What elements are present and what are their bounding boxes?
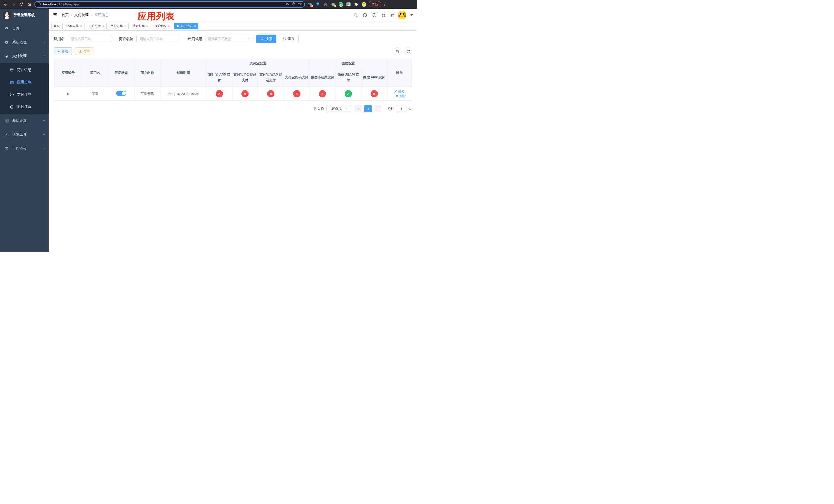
toggle-search-button[interactable] [394, 47, 401, 55]
merchant-name-input[interactable] [136, 35, 180, 43]
sidebar-collapse-icon[interactable] [53, 12, 58, 18]
coin-yen-icon: ¥ [10, 93, 14, 97]
tab-refund-orders[interactable]: 退款订单 × [130, 23, 151, 29]
browser-menu-icon[interactable] [383, 3, 386, 6]
cell-alipay-pc: × [232, 87, 258, 101]
help-icon[interactable] [372, 13, 377, 18]
page-size-select[interactable]: 10条/页 [327, 105, 352, 112]
search-button[interactable]: 搜索 [257, 35, 276, 43]
share-icon[interactable] [292, 2, 296, 7]
search-icon[interactable] [353, 13, 358, 18]
tab-merchant-info[interactable]: 商户信息 × [152, 23, 173, 29]
goto-page-input[interactable] [396, 105, 407, 112]
export-button[interactable]: 导出 [75, 47, 94, 55]
status-cross-badge: × [319, 90, 326, 97]
extension-balloon-icon[interactable] [315, 2, 320, 7]
github-icon[interactable] [363, 13, 368, 18]
extension-recorder-icon[interactable]: 1 [330, 2, 336, 7]
app-name-input[interactable] [68, 35, 111, 43]
bookmark-star-icon[interactable] [298, 2, 302, 7]
sidebar-item-merchant-info[interactable]: 商户信息 [0, 64, 49, 76]
close-icon[interactable]: × [80, 25, 82, 28]
tab-pay-orders[interactable]: 支付订单 × [108, 23, 129, 29]
extension-command-icon[interactable]: ⌘ [323, 2, 328, 7]
status-cross-badge: × [241, 90, 248, 97]
url-text[interactable]: localhost:1024/pay/app [43, 2, 79, 6]
toolbox-icon [5, 133, 9, 137]
fullscreen-icon[interactable] [381, 13, 387, 18]
sidebar-item-pay-orders[interactable]: ¥ 支付订单 [0, 88, 49, 101]
tab-home[interactable]: 首页 [51, 23, 63, 29]
chevron-down-icon [345, 108, 347, 110]
sidebar-item-system[interactable]: 系统管理 [0, 36, 49, 49]
cell-merchant: 芋道源码 [134, 87, 160, 101]
tab-user-group[interactable]: 用户分组 × [86, 23, 107, 29]
forward-icon[interactable] [10, 2, 16, 7]
extension-tampermonkey-icon[interactable]: 10 [307, 2, 313, 7]
status-select[interactable]: 请选择开启状态 [205, 35, 253, 43]
close-icon[interactable]: × [194, 25, 196, 28]
extensions-puzzle-icon[interactable] [353, 2, 359, 7]
sidebar-item-app-info[interactable]: 应用信息 [0, 76, 49, 88]
sidebar-item-infrastructure[interactable]: 基础设施 [0, 114, 49, 128]
col-header-app-id: 应用编号 [54, 59, 82, 87]
avatar[interactable] [398, 11, 406, 19]
next-page-button[interactable]: › [374, 105, 381, 112]
caret-down-icon[interactable] [410, 14, 413, 16]
page-content: 应用名 商户名称 开启状态 请选择开启状态 搜索 重置 [49, 30, 417, 252]
add-button[interactable]: + 新增 [54, 47, 72, 55]
extension-chat-icon[interactable] [346, 2, 351, 7]
delete-link[interactable]: 删除 [395, 94, 406, 98]
header-actions: tT [353, 11, 413, 19]
tab-label: 应用信息 [180, 24, 193, 28]
sidebar-item-payment[interactable]: ¥ 支付管理 [0, 49, 49, 63]
tab-app-info[interactable]: 应用信息 × [174, 23, 198, 29]
pagination-total: 共 1 条 [314, 107, 324, 111]
close-icon[interactable]: × [124, 25, 126, 28]
home-icon[interactable] [26, 2, 32, 7]
breadcrumb-item[interactable]: 支付管理 [74, 13, 89, 18]
edit-link[interactable]: 修改 [394, 89, 405, 94]
sidebar-item-home[interactable]: 首页 [0, 22, 49, 36]
reset-button[interactable]: 重置 [279, 35, 299, 43]
sidebar-item-label: 基础设施 [12, 118, 39, 123]
page-size-value: 10条/页 [331, 107, 343, 111]
extension-emoji-icon[interactable] [361, 2, 367, 7]
password-key-icon[interactable] [286, 2, 290, 7]
sidebar-item-refund-orders[interactable]: 退款订单 [0, 101, 49, 113]
close-icon[interactable]: × [147, 25, 148, 28]
col-header-alipay-app: 支付宝 APP 支付 [206, 68, 232, 87]
sidebar-item-workflow[interactable]: 工作流程 [0, 141, 49, 155]
close-icon[interactable]: × [169, 25, 170, 28]
refresh-table-button[interactable] [404, 47, 412, 55]
cell-app-id: 6 [54, 87, 82, 101]
extension-y-icon[interactable]: y [338, 2, 344, 7]
breadcrumb-item[interactable]: 首页 [62, 13, 69, 18]
chevron-down-icon [43, 133, 46, 137]
prev-page-button[interactable]: ‹ [355, 105, 362, 112]
svg-text:y: y [340, 3, 342, 6]
site-info-icon[interactable] [38, 2, 41, 7]
refresh-icon [283, 37, 286, 41]
sidebar-item-dev-tools[interactable]: 研发工具 [0, 128, 49, 141]
current-page-button[interactable]: 1 [365, 105, 372, 112]
app-logo-row[interactable]: 芋道管理系统 [0, 9, 49, 22]
status-toggle[interactable] [116, 91, 127, 96]
col-header-merchant: 商户名称 [134, 59, 160, 87]
pagination: 共 1 条 10条/页 ‹ 1 › 前往 页 [54, 105, 412, 112]
reload-icon[interactable] [19, 2, 24, 7]
reset-button-label: 重置 [288, 37, 294, 41]
status-cross-badge: × [293, 90, 300, 97]
search-button-label: 搜索 [265, 37, 272, 41]
browser-update-button[interactable]: 更新 [369, 1, 381, 7]
font-size-icon[interactable]: tT [391, 13, 394, 18]
tags-view-bar: 首页 流程表单 × 用户分组 × 支付订单 × 退款订单 × 商户信息 × [49, 22, 417, 30]
breadcrumb-separator: / [71, 13, 72, 17]
breadcrumb-separator: / [91, 13, 92, 17]
goto-page: 前往 页 [388, 105, 412, 112]
col-header-app-name: 应用名 [82, 59, 108, 87]
tab-process-form[interactable]: 流程表单 × [64, 23, 85, 29]
close-icon[interactable]: × [102, 25, 104, 28]
back-icon[interactable] [3, 2, 8, 7]
url-bar[interactable]: localhost:1024/pay/app [35, 1, 305, 8]
